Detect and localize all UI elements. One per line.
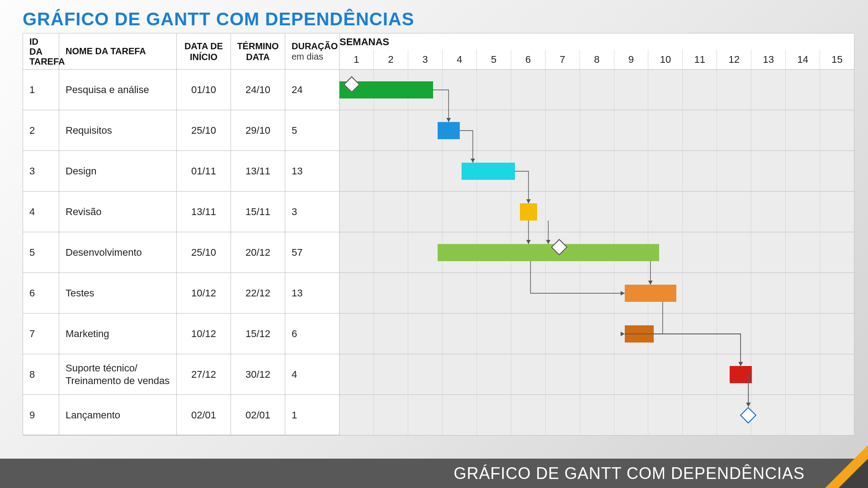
cell-name: Marketing — [59, 314, 177, 354]
week-col-5: 5 — [476, 50, 511, 69]
table-row: 4Revisão13/1115/113 — [23, 192, 854, 232]
cell-id: 5 — [23, 232, 59, 272]
cell-start: 10/12 — [177, 314, 231, 354]
cell-name: Pesquisa e análise — [59, 70, 177, 110]
cell-start: 25/10 — [177, 232, 231, 272]
corner-accent-dark — [839, 459, 868, 488]
row-grid — [340, 273, 854, 313]
col-dur-sub: em dias — [292, 52, 333, 62]
cell-id: 2 — [23, 110, 59, 150]
gantt-bar-task-2 — [438, 122, 460, 139]
gantt-bar-task-6 — [625, 285, 676, 302]
week-col-10: 10 — [648, 50, 682, 69]
cell-id: 4 — [23, 192, 59, 232]
week-col-13: 13 — [751, 50, 785, 69]
week-col-11: 11 — [682, 50, 717, 69]
cell-id: 3 — [23, 151, 59, 191]
col-id: ID DA TAREFA — [23, 33, 59, 69]
row-grid — [340, 151, 854, 191]
table-header: ID DA TAREFA NOME DA TAREFA DATA DE INÍC… — [23, 33, 854, 70]
col-name: NOME DA TAREFA — [59, 33, 177, 69]
cell-name: Desenvolvimento — [59, 232, 177, 272]
week-col-14: 14 — [785, 50, 820, 69]
week-col-15: 15 — [820, 50, 854, 69]
cell-start: 13/11 — [177, 192, 231, 232]
row-grid — [340, 395, 854, 435]
col-end: TÉRMINO DATA — [231, 33, 285, 69]
table-row: 7Marketing10/1215/126 — [23, 314, 854, 354]
cell-id: 7 — [23, 314, 59, 354]
cell-end: 22/12 — [231, 273, 285, 313]
cell-dur: 13 — [285, 273, 340, 313]
cell-dur: 24 — [285, 70, 340, 110]
gantt-bar-task-5 — [438, 244, 659, 261]
cell-dur: 5 — [285, 110, 340, 150]
table-row: 9Lançamento02/0102/011 — [23, 395, 854, 436]
week-col-4: 4 — [442, 50, 476, 69]
cell-name: Lançamento — [59, 395, 177, 435]
cell-id: 9 — [23, 395, 59, 435]
cell-end: 30/12 — [231, 354, 285, 394]
cell-start: 02/01 — [177, 395, 231, 435]
cell-start: 01/10 — [177, 70, 231, 110]
col-dur: DURAÇÃO em dias — [285, 33, 340, 69]
weeks-label: SEMANAS — [340, 36, 389, 48]
cell-end: 20/12 — [231, 232, 285, 272]
cell-start: 01/11 — [177, 151, 231, 191]
table-row: 6Testes10/1222/1213 — [23, 273, 854, 314]
col-dur-label: DURAÇÃO — [292, 41, 333, 52]
week-col-1: 1 — [340, 50, 373, 69]
week-col-12: 12 — [717, 50, 751, 69]
gantt-rows: 1Pesquisa e análise01/1024/10242Requisit… — [23, 70, 854, 435]
cell-name: Revisão — [59, 192, 177, 232]
cell-id: 6 — [23, 273, 59, 313]
gantt-bar-task-3 — [462, 163, 515, 180]
cell-id: 8 — [23, 354, 59, 394]
cell-end: 15/12 — [231, 314, 285, 354]
cell-dur: 13 — [285, 151, 340, 191]
cell-dur: 1 — [285, 395, 340, 435]
cell-start: 25/10 — [177, 110, 231, 150]
row-grid — [340, 314, 854, 354]
gantt-bar-task-7 — [625, 325, 654, 343]
footer-title: GRÁFICO DE GANTT COM DEPENDÊNCIAS — [454, 464, 805, 483]
row-grid — [340, 192, 854, 232]
gantt-bar-task-8 — [730, 366, 752, 383]
cell-end: 13/11 — [231, 151, 285, 191]
page-title: GRÁFICO DE GANTT COM DEPENDÊNCIAS — [23, 9, 414, 29]
cell-end: 15/11 — [231, 192, 285, 232]
cell-end: 29/10 — [231, 110, 285, 150]
cell-name: Requisitos — [59, 110, 177, 150]
cell-dur: 57 — [285, 232, 340, 272]
gantt-bar-task-4 — [520, 203, 537, 221]
col-start: DATA DE INÍCIO — [177, 33, 231, 69]
footer-bar: GRÁFICO DE GANTT COM DEPENDÊNCIAS — [0, 459, 868, 488]
week-col-8: 8 — [580, 50, 614, 69]
cell-name: Testes — [59, 273, 177, 313]
cell-start: 10/12 — [177, 273, 231, 313]
cell-dur: 3 — [285, 192, 340, 232]
week-col-6: 6 — [511, 50, 545, 69]
cell-dur: 6 — [285, 314, 340, 354]
cell-name: Design — [59, 151, 177, 191]
cell-name: Suporte técnico/ Treinamento de vendas — [59, 354, 177, 394]
table-row: 3Design01/1113/1113 — [23, 151, 854, 192]
row-grid — [340, 110, 854, 150]
week-columns-header: 123456789101112131415 — [340, 50, 854, 69]
table-row: 1Pesquisa e análise01/1024/1024 — [23, 70, 854, 110]
week-col-2: 2 — [373, 50, 408, 69]
week-col-7: 7 — [545, 50, 580, 69]
cell-end: 24/10 — [231, 70, 285, 110]
cell-start: 27/12 — [177, 354, 231, 394]
cell-dur: 4 — [285, 354, 340, 394]
row-grid — [340, 354, 854, 394]
cell-id: 1 — [23, 70, 59, 110]
week-col-9: 9 — [614, 50, 648, 69]
gantt-frame: ID DA TAREFA NOME DA TAREFA DATA DE INÍC… — [23, 33, 854, 435]
week-col-3: 3 — [408, 50, 442, 69]
cell-end: 02/01 — [231, 395, 285, 435]
